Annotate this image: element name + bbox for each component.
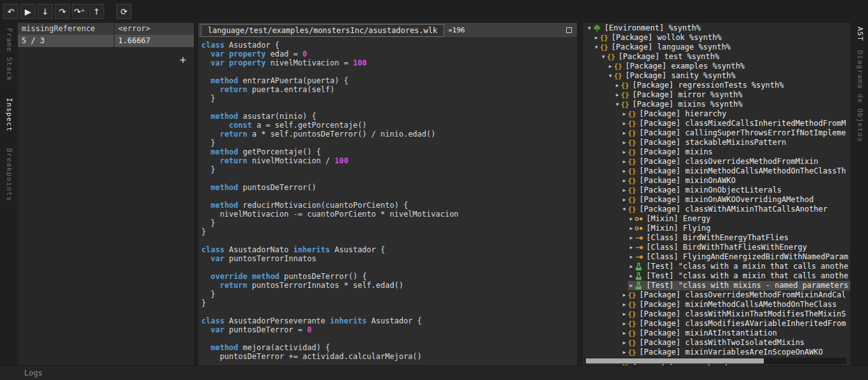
tab-object-diagram[interactable]: Diagrama de Objetos [856, 50, 864, 142]
step-into-button[interactable]: ↓ [37, 4, 53, 19]
chevron-collapsed-icon[interactable]: ▸ [614, 90, 621, 100]
inspect-row[interactable]: 5 / 3 1.66667 [18, 35, 194, 47]
chevron-collapsed-icon[interactable]: ▸ [621, 176, 628, 186]
chevron-collapsed-icon[interactable]: ▸ [621, 128, 628, 138]
package-icon: {} [607, 52, 617, 62]
step-out-button[interactable]: ↑ [89, 4, 104, 19]
step-through-button[interactable]: ↷⁺ [72, 4, 87, 19]
tree-row[interactable]: ▸{}[Package] classOverridesMethodFromMix… [621, 157, 850, 166]
tree-node-label: [Package] classMixedCallsInheritedMethod… [638, 119, 846, 128]
tab-breakpoints[interactable]: Breakpoints [5, 148, 13, 201]
code-line: method reducirMotivacion(cuantoPorCiento… [201, 201, 577, 210]
tree-row[interactable]: ▸{}[Package] classWithTwoIsolatedMixins [621, 338, 850, 348]
chevron-collapsed-icon[interactable]: ▸ [628, 214, 635, 224]
tree-row[interactable]: ▸{}[Package] wollok %synth% [593, 33, 850, 43]
tree-row[interactable]: ▸{}[Package] mixinVariablesAreInScopeOnA… [621, 348, 850, 357]
tab-overflow-count[interactable]: »196 [448, 26, 465, 34]
tree-row[interactable]: ▾{}[Package] language %synth% [593, 43, 850, 52]
tree-row[interactable]: ▸{}[Package] regressionTests %synth% [614, 81, 850, 90]
tree-row[interactable]: ▸{}[Package] callingSuperThrowsErrorIfNo… [621, 128, 850, 138]
tree-row[interactable]: ▸{}[Package] mixinMethodCallsAMethodOnTh… [621, 300, 850, 309]
chevron-expanded-icon[interactable]: ▾ [593, 43, 600, 52]
tree-row[interactable]: ▸{}[Package] mixinOnAWKOOverridingAMetho… [621, 195, 850, 205]
chevron-collapsed-icon[interactable]: ▸ [628, 271, 635, 281]
tree-row[interactable]: ▸{}[Package] hierarchy [621, 109, 850, 119]
chevron-collapsed-icon[interactable]: ▸ [621, 157, 628, 166]
tree-row[interactable]: ▸[Class] FlyingAndEnergizedBirdWithNamed… [628, 252, 850, 262]
column-header-missing-reference[interactable]: missingReference [18, 23, 114, 35]
tree-row[interactable]: ▾{}[Package] classWithAMixinThatCallsAno… [621, 205, 850, 214]
tree-row[interactable]: ▸{}[Package] mirror %synth% [614, 90, 850, 100]
tree-row[interactable]: ▸{}[Package] mixinAtInstantiation [621, 329, 850, 338]
tree-row[interactable]: ▸[Test] "class with a mixin that calls a… [628, 271, 850, 281]
package-icon: {} [600, 33, 610, 43]
tree-row[interactable]: ▸{}[Package] mixinOnAWKO [621, 176, 850, 186]
environment-icon [593, 24, 603, 32]
chevron-collapsed-icon[interactable]: ▸ [621, 147, 628, 157]
chevron-collapsed-icon[interactable]: ▸ [628, 233, 635, 243]
tree-row[interactable]: ▸{}[Package] classWithMixinThatModifiesT… [621, 309, 850, 319]
column-header-error[interactable]: <error> [114, 23, 194, 35]
tree-row[interactable]: ▾{}[Package] test %synth% [600, 52, 850, 62]
chevron-collapsed-icon[interactable]: ▸ [621, 119, 628, 128]
chevron-collapsed-icon[interactable]: ▸ [628, 224, 635, 233]
chevron-collapsed-icon[interactable]: ▸ [621, 166, 628, 176]
resume-button[interactable]: ▶ [20, 4, 36, 19]
tree-row[interactable]: ▸{}[Package] classModifiesAVariableInher… [621, 319, 850, 329]
chevron-collapsed-icon[interactable]: ▸ [621, 109, 628, 119]
chevron-collapsed-icon[interactable]: ▸ [628, 281, 635, 290]
chevron-collapsed-icon[interactable]: ▸ [628, 262, 635, 271]
tree-row[interactable]: ▸{}[Package] mixinOnObjectLiterals [621, 186, 850, 195]
tree-row[interactable]: ▸[Test] "class with mixins - named param… [628, 281, 850, 290]
tree-row[interactable]: ▸[Class] BirdWithEnergyThatFlies [628, 233, 850, 243]
code-area[interactable]: class Asustador { var property edad = 0 … [198, 38, 577, 365]
tab-inspect[interactable]: Inspect [5, 98, 13, 132]
chevron-collapsed-icon[interactable]: ▸ [621, 309, 628, 319]
tree-row[interactable]: ▾{}[Package] sanity %synth% [607, 71, 850, 81]
editor-tab[interactable]: language/test/examples/monstersInc/asust… [201, 24, 444, 37]
chevron-collapsed-icon[interactable]: ▸ [621, 338, 628, 348]
chevron-expanded-icon[interactable]: ▾ [586, 24, 593, 33]
step-back-button[interactable]: ↶ [3, 4, 18, 19]
tree-row[interactable]: ▸{}[Package] stackableMixinsPattern [621, 138, 850, 147]
add-expression-button[interactable]: + [180, 53, 186, 66]
scrollbar-thumb[interactable] [586, 358, 764, 363]
chevron-collapsed-icon[interactable]: ▸ [621, 300, 628, 309]
chevron-collapsed-icon[interactable]: ▸ [621, 329, 628, 338]
chevron-expanded-icon[interactable]: ▾ [607, 71, 614, 81]
restart-button[interactable]: ⟳ [116, 4, 132, 19]
chevron-collapsed-icon[interactable]: ▸ [621, 186, 628, 195]
code-line [201, 334, 577, 343]
chevron-collapsed-icon[interactable]: ▸ [607, 62, 614, 71]
code-line: method puntosDeTerror() [201, 183, 577, 192]
tree-row[interactable]: ▸[Mixin] Energy [628, 214, 850, 224]
chevron-collapsed-icon[interactable]: ▸ [614, 81, 621, 90]
chevron-collapsed-icon[interactable]: ▸ [628, 252, 635, 262]
tree-row[interactable]: ▸[Mixin] Flying [628, 224, 850, 233]
tree-row[interactable]: ▸[Test] "class with a mixin that calls a… [628, 262, 850, 271]
chevron-collapsed-icon[interactable]: ▸ [621, 290, 628, 300]
tree-row[interactable]: ▸{}[Package] examples %synth% [607, 62, 850, 71]
tree-row[interactable]: ▸{}[Package] mixinMethodCallsAMethodOnTh… [621, 166, 850, 176]
horizontal-scrollbar[interactable] [585, 358, 846, 364]
tree-row[interactable]: ▸{}[Package] mixins [621, 147, 850, 157]
tree-row[interactable]: ▸{}[Package] classOverridesMethodFromMix… [621, 290, 850, 300]
chevron-collapsed-icon[interactable]: ▸ [621, 319, 628, 329]
chevron-expanded-icon[interactable]: ▾ [621, 205, 628, 214]
chevron-collapsed-icon[interactable]: ▸ [621, 195, 628, 205]
logs-bar[interactable]: Logs [0, 365, 868, 380]
tree-row[interactable]: ▸{}[Package] classMixedCallsInheritedMet… [621, 119, 850, 128]
tab-frame-stack[interactable]: Frame Stack [5, 28, 13, 81]
tree-row[interactable]: ▸[Class] BirdWithThatFliesWithEnergy [628, 243, 850, 252]
chevron-collapsed-icon[interactable]: ▸ [628, 243, 635, 252]
tab-ast[interactable]: AST [856, 27, 864, 41]
tree-row[interactable]: ▾[Environment] %synth% [586, 24, 850, 33]
chevron-expanded-icon[interactable]: ▾ [600, 52, 607, 62]
chevron-expanded-icon[interactable]: ▾ [614, 100, 621, 109]
chevron-collapsed-icon[interactable]: ▸ [621, 348, 628, 357]
chevron-collapsed-icon[interactable]: ▸ [593, 33, 600, 43]
chevron-collapsed-icon[interactable]: ▸ [621, 138, 628, 147]
maximize-icon[interactable] [566, 27, 572, 33]
step-over-button[interactable]: ↷ [55, 4, 70, 19]
tree-row[interactable]: ▾{}[Package] mixins %synth% [614, 100, 850, 109]
